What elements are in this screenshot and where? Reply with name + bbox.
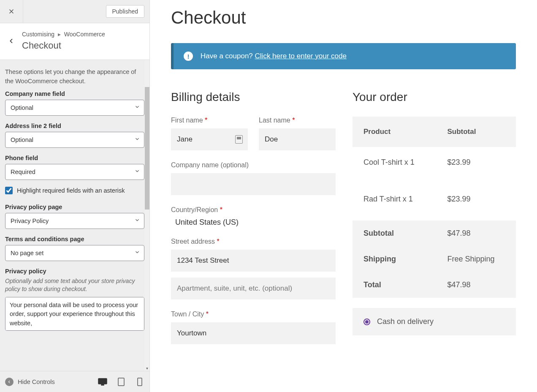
address2-field-label: Address line 2 field xyxy=(5,122,144,129)
last-name-label: Last name * xyxy=(259,117,336,124)
shipping-label: Shipping xyxy=(353,246,436,272)
table-row: Rad T-shirt x 1 $23.99 xyxy=(353,178,516,220)
coupon-notice: ! Have a coupon? Click here to enter you… xyxy=(171,43,516,69)
section-title: Checkout xyxy=(22,40,105,51)
phone-field-select[interactable]: Required xyxy=(5,164,144,180)
th-product: Product xyxy=(353,117,436,147)
payment-method-label: Cash on delivery xyxy=(377,317,434,326)
payment-method-row[interactable]: Cash on delivery xyxy=(353,308,516,335)
autofill-icon[interactable] xyxy=(235,135,243,144)
city-label: Town / City * xyxy=(171,310,336,318)
company-field-select[interactable]: Optional xyxy=(5,100,144,116)
info-icon: ! xyxy=(184,52,193,61)
total-value: $47.98 xyxy=(436,272,516,298)
last-name-input[interactable] xyxy=(259,128,336,150)
coupon-link[interactable]: Click here to enter your code xyxy=(255,52,347,60)
breadcrumb: Customising ▸ WooCommerce xyxy=(22,31,105,38)
svg-rect-0 xyxy=(98,378,107,384)
subtotal-value: $47.98 xyxy=(436,220,516,246)
notice-prefix: Have a coupon? xyxy=(201,52,255,60)
country-value[interactable]: United States (US) xyxy=(171,218,336,227)
highlight-required-checkbox[interactable] xyxy=(5,187,13,194)
tablet-device-icon[interactable] xyxy=(117,377,126,387)
close-customizer-button[interactable] xyxy=(0,0,23,23)
svg-rect-2 xyxy=(118,378,124,386)
address2-input[interactable] xyxy=(171,278,336,299)
table-row: Cool T-shirt x 1 $23.99 xyxy=(353,147,516,178)
subtotal-label: Subtotal xyxy=(353,220,436,246)
scroll-down-icon[interactable]: ▼ xyxy=(145,366,149,371)
preview-pane[interactable]: Checkout ! Have a coupon? Click here to … xyxy=(150,0,537,392)
svg-rect-3 xyxy=(138,378,142,386)
desktop-device-icon[interactable] xyxy=(98,377,107,387)
first-name-label: First name * xyxy=(171,117,248,124)
terms-page-label: Terms and conditions page xyxy=(5,236,144,242)
phone-field-label: Phone field xyxy=(5,155,144,161)
page-title: Checkout xyxy=(171,8,516,28)
billing-heading: Billing details xyxy=(171,90,336,104)
chevron-right-icon: ▸ xyxy=(58,31,61,38)
highlight-required-label: Highlight required fields with an asteri… xyxy=(17,187,125,194)
company-field-label: Company name field xyxy=(5,90,144,97)
country-label: Country/Region * xyxy=(171,206,336,214)
breadcrumb-root: Customising xyxy=(22,31,54,38)
order-heading: Your order xyxy=(353,90,516,104)
city-input[interactable] xyxy=(171,322,336,344)
radio-selected-icon[interactable] xyxy=(363,318,370,325)
shipping-value: Free Shipping xyxy=(436,246,516,272)
privacy-page-label: Privacy policy page xyxy=(5,204,144,210)
company-name-input[interactable] xyxy=(171,173,336,195)
privacy-text-hint: Optionally add some text about your stor… xyxy=(5,277,144,294)
privacy-page-select[interactable]: Privacy Policy xyxy=(5,213,144,229)
section-intro: These options let you change the appeara… xyxy=(5,68,144,90)
svg-rect-1 xyxy=(101,384,104,385)
company-name-label: Company name (optional) xyxy=(171,161,336,169)
chevron-left-icon xyxy=(5,378,14,386)
order-table: Product Subtotal Cool T-shirt x 1 $23.99… xyxy=(353,117,516,298)
publish-button[interactable]: Published xyxy=(106,5,145,18)
breadcrumb-parent: WooCommerce xyxy=(64,31,105,38)
scrollbar-thumb[interactable] xyxy=(145,87,149,210)
hide-controls-button[interactable]: Hide Controls xyxy=(5,378,55,386)
th-subtotal: Subtotal xyxy=(436,117,516,147)
address2-field-select[interactable]: Optional xyxy=(5,132,144,148)
street-label: Street address * xyxy=(171,238,336,245)
street-input[interactable] xyxy=(171,250,336,272)
back-button[interactable] xyxy=(7,33,16,49)
hide-controls-label: Hide Controls xyxy=(18,378,55,385)
total-label: Total xyxy=(353,272,436,298)
terms-page-select[interactable]: No page set xyxy=(5,245,144,261)
mobile-device-icon[interactable] xyxy=(135,377,144,387)
sidebar-scroll[interactable]: ▲ ▼ These options let you change the app… xyxy=(0,60,149,371)
privacy-text-textarea[interactable]: Your personal data will be used to proce… xyxy=(5,297,144,331)
privacy-text-label: Privacy policy xyxy=(5,268,144,275)
